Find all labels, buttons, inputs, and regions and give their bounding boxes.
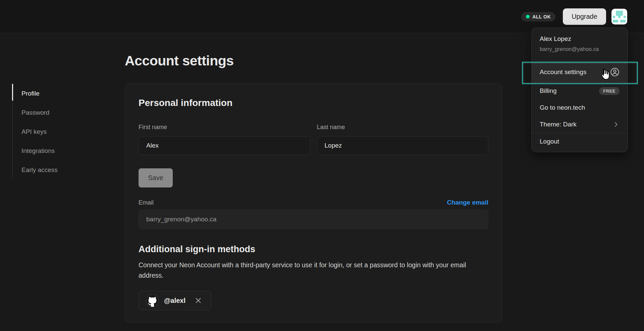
chevron-right-icon (612, 121, 620, 128)
last-name-input[interactable] (317, 136, 489, 155)
sidebar-item-label: API keys (21, 128, 47, 135)
sidebar-item-label: Password (21, 109, 49, 116)
sidebar-item-profile[interactable]: Profile (12, 84, 100, 103)
sidebar-item-label: Integrations (21, 147, 55, 155)
sidebar-item-password[interactable]: Password (12, 103, 100, 122)
status-badge[interactable]: ALL OK (521, 12, 555, 21)
menu-item-label: Billing (540, 87, 557, 95)
menu-item-account-settings[interactable]: Account settings (532, 62, 628, 82)
menu-item-label: Go to neon.tech (540, 104, 585, 111)
last-name-label: Last name (317, 123, 489, 131)
signin-methods-description: Connect your Neon Account with a third-p… (139, 260, 477, 281)
email-label-row: Email Change email (139, 199, 488, 206)
sidebar-rail (12, 84, 13, 178)
menu-item-go-to-neon-tech[interactable]: Go to neon.tech (532, 99, 628, 116)
email-label: Email (139, 199, 154, 206)
menu-user-name: Alex Lopez (540, 35, 620, 43)
name-fields-row: First name Last name (139, 123, 488, 155)
avatar-identicon-block (620, 20, 626, 22)
status-ok-dot-icon (526, 15, 530, 18)
avatar-identicon-block (613, 20, 618, 22)
plan-badge: FREE (599, 87, 620, 95)
sidebar-item-label: Early access (21, 166, 58, 174)
menu-item-label: Theme: Dark (540, 121, 577, 128)
status-badge-label: ALL OK (532, 14, 551, 19)
menu-item-label: Logout (540, 138, 559, 145)
avatar-identicon-block (624, 16, 626, 18)
email-input[interactable] (139, 210, 488, 229)
menu-item-theme[interactable]: Theme: Dark (532, 116, 628, 133)
user-avatar[interactable] (611, 9, 627, 24)
sidebar-item-api-keys[interactable]: API keys (12, 122, 100, 141)
menu-user-email: barry_grenon@yahoo.ca (540, 46, 620, 53)
user-circle-icon (610, 67, 620, 77)
user-dropdown-menu: Alex Lopez barry_grenon@yahoo.ca Account… (531, 27, 628, 152)
save-button[interactable]: Save (139, 168, 173, 187)
first-name-input[interactable] (139, 136, 310, 155)
sidebar-item-early-access[interactable]: Early access (12, 160, 100, 179)
menu-item-logout[interactable]: Logout (532, 133, 628, 150)
first-name-group: First name (139, 123, 310, 155)
sidebar-active-indicator (12, 84, 13, 101)
avatar-identicon-block (616, 11, 623, 16)
github-icon (146, 294, 159, 307)
avatar-identicon-block (613, 16, 615, 18)
settings-sidebar: Profile Password API keys Integrations E… (12, 84, 100, 179)
menu-item-label: Account settings (540, 68, 586, 76)
last-name-group: Last name (317, 123, 489, 155)
page-title: Account settings (125, 53, 234, 69)
close-icon (194, 296, 202, 305)
menu-item-billing[interactable]: Billing FREE (532, 82, 628, 99)
signin-methods-heading: Additional sign-in methods (139, 244, 488, 255)
menu-user-info: Alex Lopez barry_grenon@yahoo.ca (532, 28, 628, 61)
github-connection-chip: @alexl (139, 291, 211, 310)
sidebar-item-integrations[interactable]: Integrations (12, 141, 100, 160)
first-name-label: First name (139, 123, 310, 131)
sidebar-item-label: Profile (21, 90, 40, 97)
github-handle: @alexl (164, 297, 185, 305)
personal-information-heading: Personal information (139, 97, 488, 109)
remove-github-button[interactable] (193, 295, 204, 306)
change-email-link[interactable]: Change email (447, 199, 488, 206)
upgrade-button[interactable]: Upgrade (563, 8, 606, 25)
avatar-identicon-block (618, 16, 621, 18)
profile-settings-card: Personal information First name Last nam… (125, 84, 502, 323)
